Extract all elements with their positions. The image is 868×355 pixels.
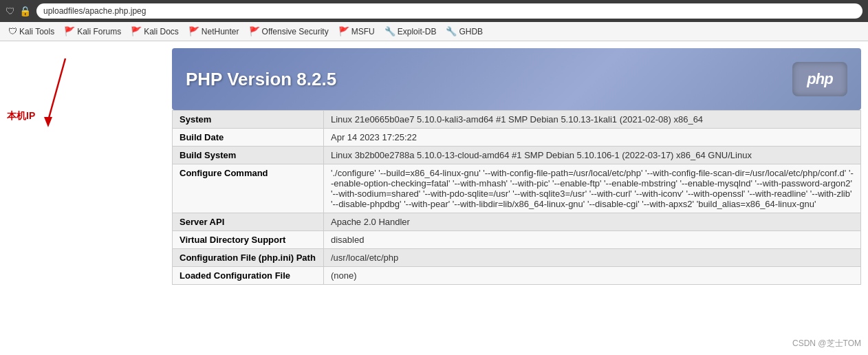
kali-forums-label: Kali Forums (77, 27, 121, 36)
url-text: uploadfiles/apache.php.jpeg (43, 6, 146, 16)
annotation-text: 本机IP (7, 110, 35, 122)
row-value: Linux 21e0665b0ae7 5.10.0-kali3-amd64 #1… (324, 111, 861, 129)
offensive-security-icon: 🚩 (249, 26, 260, 36)
table-row: Configuration File (php.ini) Path/usr/lo… (173, 249, 861, 267)
bookmark-kali-tools[interactable]: 🛡 Kali Tools (4, 24, 58, 39)
browser-controls: 🛡 🔒 (6, 6, 31, 17)
php-logo-text: php (807, 70, 832, 88)
shield-icon: 🛡 (6, 6, 15, 17)
row-value: Apr 14 2023 17:25:22 (324, 129, 861, 147)
nethunter-icon: 🚩 (188, 26, 199, 36)
bookmark-offensive-security[interactable]: 🚩 Offensive Security (245, 24, 333, 39)
kali-tools-icon: 🛡 (8, 26, 17, 36)
table-row: Loaded Configuration File(none) (173, 267, 861, 285)
row-value: Linux 3b2b00e2788a 5.10.0-13-cloud-amd64… (324, 147, 861, 164)
row-value: Apache 2.0 Handler (324, 213, 861, 231)
kali-docs-icon: 🚩 (131, 26, 142, 36)
row-value: /usr/local/etc/php (324, 249, 861, 267)
row-label: Loaded Configuration File (173, 267, 324, 285)
nethunter-label: NetHunter (202, 27, 239, 36)
bookmark-kali-forums[interactable]: 🚩 Kali Forums (60, 24, 125, 39)
ghdb-icon: 🔧 (446, 26, 457, 36)
row-label: Configure Command (173, 164, 324, 213)
address-bar[interactable]: uploadfiles/apache.php.jpeg (36, 3, 862, 19)
svg-line-0 (48, 58, 65, 120)
kali-tools-label: Kali Tools (19, 27, 54, 36)
php-version-title: PHP Version 8.2.5 (186, 69, 336, 90)
php-header: PHP Version 8.2.5 php (172, 48, 861, 110)
bookmark-kali-docs[interactable]: 🚩 Kali Docs (127, 24, 183, 39)
bookmarks-bar: 🛡 Kali Tools 🚩 Kali Forums 🚩 Kali Docs 🚩… (0, 22, 868, 41)
table-row: Server APIApache 2.0 Handler (173, 213, 861, 231)
php-logo: php (792, 62, 847, 96)
table-row: SystemLinux 21e0665b0ae7 5.10.0-kali3-am… (173, 111, 861, 129)
bookmark-exploit-db[interactable]: 🔧 Exploit-DB (380, 24, 441, 39)
phpinfo-panel: PHP Version 8.2.5 php SystemLinux 21e066… (165, 41, 868, 355)
row-value: './configure' '--build=x86_64-linux-gnu'… (324, 164, 861, 213)
main-content: 本机IP PHP Version 8.2.5 php SystemLinux 2… (0, 41, 868, 355)
table-row: Build SystemLinux 3b2b00e2788a 5.10.0-13… (173, 147, 861, 164)
row-label: Virtual Directory Support (173, 231, 324, 249)
table-row: Build DateApr 14 2023 17:25:22 (173, 129, 861, 147)
bookmark-nethunter[interactable]: 🚩 NetHunter (184, 24, 243, 39)
exploit-db-label: Exploit-DB (398, 27, 437, 36)
kali-forums-icon: 🚩 (64, 26, 75, 36)
row-label: Build Date (173, 129, 324, 147)
table-row: Virtual Directory Supportdisabled (173, 231, 861, 249)
csdn-watermark: CSDN @芝士TOM (792, 338, 861, 349)
left-panel: 本机IP (0, 41, 165, 355)
msfu-icon: 🚩 (338, 26, 349, 36)
bookmark-ghdb[interactable]: 🔧 GHDB (442, 24, 487, 39)
ghdb-label: GHDB (459, 27, 483, 36)
offensive-security-label: Offensive Security (262, 27, 329, 36)
browser-chrome: 🛡 🔒 uploadfiles/apache.php.jpeg (0, 0, 868, 22)
row-value: disabled (324, 231, 861, 249)
msfu-label: MSFU (351, 27, 375, 36)
row-label: Configuration File (php.ini) Path (173, 249, 324, 267)
kali-docs-label: Kali Docs (144, 27, 179, 36)
bookmark-msfu[interactable]: 🚩 MSFU (334, 24, 379, 39)
table-row: Configure Command'./configure' '--build=… (173, 164, 861, 213)
lock-icon: 🔒 (19, 6, 31, 17)
row-value: (none) (324, 267, 861, 285)
svg-marker-1 (44, 117, 52, 127)
exploit-db-icon: 🔧 (384, 26, 395, 36)
row-label: Server API (173, 213, 324, 231)
phpinfo-table: SystemLinux 21e0665b0ae7 5.10.0-kali3-am… (172, 110, 861, 285)
row-label: System (173, 111, 324, 129)
row-label: Build System (173, 147, 324, 164)
